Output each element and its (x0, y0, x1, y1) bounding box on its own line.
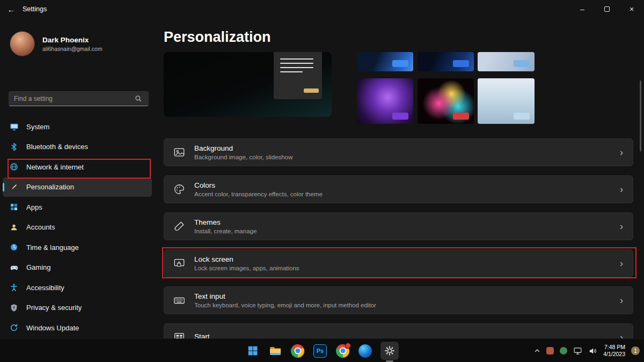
setting-subtitle: Install, create, manage (194, 228, 611, 234)
game-controller-icon (9, 263, 19, 272)
setting-title: Background (194, 144, 611, 152)
globe-icon (9, 162, 19, 172)
minimize-button[interactable]: – (570, 0, 595, 18)
update-arrows-icon (9, 323, 19, 333)
clock-time: 7:48 PM (603, 344, 625, 351)
maximize-button[interactable] (595, 0, 619, 18)
search-box[interactable] (9, 91, 149, 106)
theme-accent-swatch (392, 60, 408, 67)
settings-app-button[interactable] (380, 342, 399, 360)
search-icon (134, 94, 143, 104)
lock-screen-icon (173, 257, 186, 270)
edge-button[interactable] (358, 344, 372, 358)
photoshop-button[interactable]: Ps (313, 344, 327, 358)
preview-text-line (280, 58, 313, 60)
user-account[interactable]: Dark Phoenix ali6hasnain@gmail.com (10, 31, 103, 56)
sidebar-item-bluetooth-devices[interactable]: Bluetooth & devices (3, 137, 152, 157)
notification-count-badge[interactable]: 1 (631, 346, 640, 355)
theme-accent-swatch (392, 113, 408, 120)
scrollbar-thumb[interactable] (640, 80, 641, 151)
close-icon: × (630, 5, 634, 13)
themes-brush-icon (173, 220, 186, 233)
sidebar-item-personalization[interactable]: Personalization (3, 178, 152, 197)
sidebar-item-label: Network & internet (26, 163, 84, 171)
tray-expand-button[interactable] (534, 348, 540, 354)
close-button[interactable]: × (619, 0, 644, 18)
file-explorer-button[interactable] (268, 344, 282, 358)
chevron-right-icon: › (620, 295, 623, 305)
keyboard-icon (173, 294, 186, 307)
setting-row-lock-screen[interactable]: Lock screen Lock screen images, apps, an… (164, 249, 633, 277)
setting-row-text-input[interactable]: Text input Touch keyboard, voice typing,… (164, 286, 633, 314)
sidebar-item-label: Accessibility (26, 284, 64, 292)
tray-app-icon-2[interactable] (560, 347, 567, 354)
page-title: Personalization (164, 29, 271, 46)
personalization-brush-icon (9, 182, 19, 192)
notification-dot (345, 343, 351, 349)
start-layout-icon (173, 331, 186, 338)
person-icon (9, 223, 19, 232)
sidebar-item-gaming[interactable]: Gaming (3, 258, 152, 277)
preview-text-line (280, 63, 313, 64)
back-arrow-icon: ← (8, 5, 16, 14)
red-app-icon (546, 347, 554, 354)
minimize-icon: – (580, 5, 584, 13)
sidebar-item-time-language[interactable]: Time & language (3, 238, 152, 257)
setting-subtitle: Background image, color, slideshow (194, 154, 611, 160)
sidebar-item-system[interactable]: System (3, 117, 152, 136)
start-button[interactable] (245, 344, 260, 358)
accessibility-person-icon (9, 283, 19, 292)
user-email: ali6hasnain@gmail.com (42, 46, 103, 52)
background-image-icon (173, 146, 186, 159)
theme-accent-swatch (514, 60, 530, 67)
sidebar-item-network-internet[interactable]: Network & internet (3, 157, 152, 176)
sidebar-item-label: Apps (26, 203, 42, 211)
sidebar-item-accounts[interactable]: Accounts (3, 218, 152, 237)
setting-title: Lock screen (194, 255, 611, 263)
volume-button[interactable] (588, 346, 597, 356)
setting-row-colors[interactable]: Colors Accent color, transparency effect… (164, 175, 633, 203)
sidebar-item-label: Gaming (26, 263, 51, 271)
system-tray: 7:48 PM 4/1/2023 1 (534, 339, 640, 362)
main-content: Personalization (156, 18, 644, 338)
theme-thumbnail-3[interactable] (478, 52, 535, 71)
setting-row-start[interactable]: Start › (164, 323, 633, 338)
sidebar-item-label: Bluetooth & devices (26, 143, 88, 151)
sidebar-nav: System Bluetooth & devices Network & int… (3, 117, 152, 338)
color-palette-icon (173, 183, 186, 196)
settings-list: Background Background image, color, slid… (164, 138, 633, 338)
theme-accent-swatch (514, 113, 530, 120)
setting-row-background[interactable]: Background Background image, color, slid… (164, 138, 633, 166)
network-button[interactable] (573, 346, 582, 356)
chrome-icon (336, 344, 349, 358)
chrome-button[interactable] (290, 344, 305, 358)
theme-accent-swatch (453, 60, 469, 67)
sidebar-item-accessibility[interactable]: Accessibility (3, 278, 152, 297)
setting-title: Text input (194, 292, 611, 300)
green-app-icon (560, 347, 567, 354)
window-controls: – × (570, 0, 644, 18)
setting-row-themes[interactable]: Themes Install, create, manage › (164, 212, 633, 240)
sidebar: Dark Phoenix ali6hasnain@gmail.com Syste… (0, 18, 156, 338)
setting-title: Start (194, 333, 611, 338)
tray-app-icon-1[interactable] (546, 347, 554, 354)
titlebar: ← Settings – × (0, 0, 644, 18)
sidebar-item-windows-update[interactable]: Windows Update (3, 318, 152, 337)
folder-icon (269, 344, 282, 357)
theme-thumbnail-4[interactable] (357, 78, 413, 124)
sidebar-item-label: Accounts (26, 223, 55, 231)
photoshop-icon: Ps (313, 344, 327, 358)
back-button[interactable]: ← (0, 0, 23, 18)
sidebar-item-apps[interactable]: Apps (3, 197, 152, 217)
taskbar-clock[interactable]: 7:48 PM 4/1/2023 (603, 344, 625, 358)
theme-thumbnail-2[interactable] (418, 52, 474, 71)
window-title: Settings (23, 5, 47, 13)
search-input[interactable] (14, 95, 134, 102)
chrome-profile-button[interactable] (335, 344, 350, 358)
theme-thumbnail-6[interactable] (478, 78, 535, 124)
sidebar-item-label: Personalization (26, 183, 74, 191)
windows-logo-icon (247, 345, 259, 357)
theme-thumbnail-1[interactable] (357, 52, 413, 71)
theme-thumbnail-5[interactable] (418, 78, 474, 124)
sidebar-item-privacy-security[interactable]: Privacy & security (3, 298, 152, 317)
